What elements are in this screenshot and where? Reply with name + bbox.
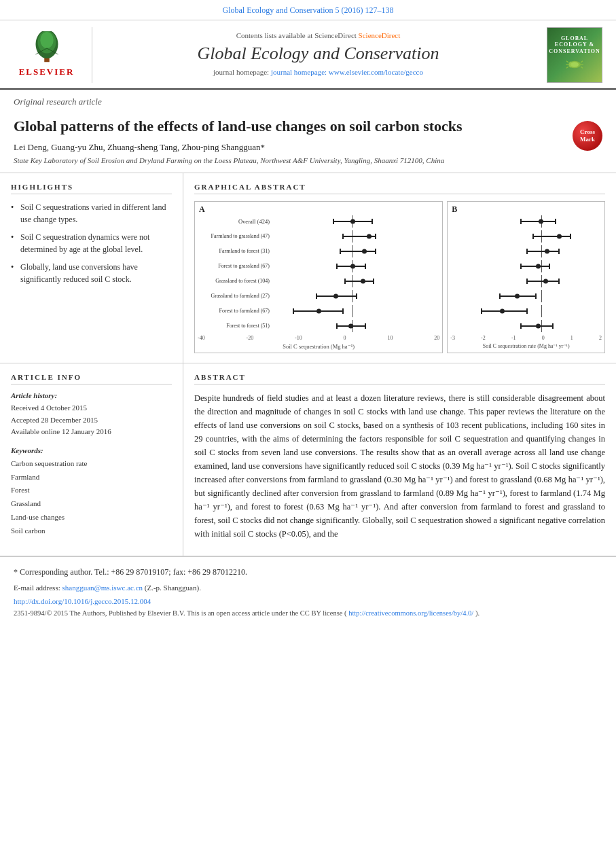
b-plot-5	[450, 275, 602, 287]
b-plot-7	[450, 305, 602, 317]
article-authors: Lei Deng, Guang-yu Zhu, Zhuang-sheng Tan…	[14, 142, 562, 153]
journal-citation: Global Ecology and Conservation 5 (2016)…	[223, 5, 394, 15]
homepage-link[interactable]: journal homepage: www.elsevier.com/locat…	[271, 68, 423, 76]
license-text: 2351-9894/© 2015 The Authors, Published …	[14, 608, 602, 619]
sciencedirect-link: Contents lists available at ScienceDirec…	[106, 31, 530, 39]
row-label-fo2fo: Forest to forest (51)	[198, 323, 272, 329]
keyword-1: Carbon sequestration rate	[11, 457, 172, 471]
row-plot-fo2fo	[272, 320, 439, 332]
corresponding-author-note: * Corresponding author. Tel.: +86 29 870…	[14, 565, 602, 579]
b-plot-6	[450, 290, 602, 302]
crossmark-badge-area: CrossMark	[573, 121, 602, 151]
chart-row-fo2g: Forest to grassland (67)	[198, 260, 439, 272]
journal-homepage: journal homepage: journal homepage: www.…	[106, 68, 530, 76]
doi-link[interactable]: http://dx.doi.org/10.1016/j.gecco.2015.1…	[14, 597, 602, 605]
article-history-subsection: Article history: Received 4 October 2015…	[11, 391, 172, 438]
abstract-text: Despite hundreds of field studies and at…	[194, 391, 605, 541]
b-row-4	[450, 260, 602, 272]
license-link[interactable]: http://creativecommons.org/licenses/by/4…	[348, 609, 473, 617]
email-link[interactable]: shangguan@ms.iswc.ac.cn	[62, 584, 143, 592]
b-plot-2	[450, 230, 602, 243]
abstract-column: ABSTRACT Despite hundreds of field studi…	[183, 363, 616, 556]
b-row-6	[450, 290, 602, 302]
top-bar: Global Ecology and Conservation 5 (2016)…	[0, 0, 616, 20]
chart-row-fo2fo: Forest to forest (51)	[198, 320, 439, 332]
journal-header-center: Contents lists available at ScienceDirec…	[92, 27, 544, 83]
highlight-item-3: Globally, land use conversions have sign…	[11, 261, 172, 285]
email-note: E-mail address: shangguan@ms.iswc.ac.cn …	[14, 581, 602, 594]
b-row-8	[450, 320, 602, 332]
article-title: Global patterns of the effects of land-u…	[14, 117, 562, 137]
highlights-heading: HIGHLIGHTS	[11, 183, 172, 194]
sciencedirect-anchor[interactable]: ScienceDirect	[359, 31, 401, 39]
highlights-column: HIGHLIGHTS Soil C sequestrations varied …	[0, 173, 183, 363]
gecko-icon	[564, 56, 585, 73]
svg-line-12	[581, 61, 583, 62]
journal-title: Global Ecology and Conservation	[106, 43, 530, 64]
keyword-2: Farmland	[11, 471, 172, 484]
row-label-fo2g: Forest to grassland (67)	[198, 263, 272, 270]
graphical-abstract-column: GRAPHICAL ABSTRACT A Overall (424)	[183, 173, 616, 363]
article-type-label: Original research article	[14, 96, 602, 107]
svg-point-3	[40, 32, 54, 48]
article-info-column: ARTICLE INFO Article history: Received 4…	[0, 363, 183, 556]
keywords-title: Keywords:	[11, 446, 172, 454]
row-label-overall: Overall (424)	[198, 218, 272, 225]
elsevier-tree-icon	[26, 31, 67, 65]
row-plot-fo2fa	[272, 305, 439, 317]
article-info-heading: ARTICLE INFO	[11, 373, 172, 384]
accepted-date: Accepted 28 December 2015	[11, 414, 172, 427]
chart-container: A Overall (424) Farmla	[194, 201, 605, 353]
crossmark-icon: CrossMark	[573, 121, 602, 151]
highlight-item-1: Soil C sequestrations varied in differen…	[11, 201, 172, 226]
b-plot-8	[450, 320, 602, 332]
row-plot-overall	[272, 215, 439, 228]
elsevier-logo: ELSEVIER	[13, 31, 81, 79]
b-row-3	[450, 245, 602, 257]
chart-row-f2g: Farmland to grassland (47)	[198, 230, 439, 243]
row-label-f2f: Farmland to forest (31)	[198, 248, 272, 255]
article-history-title: Article history:	[11, 391, 172, 399]
badge-title: GLOBALECOLOGY &CONSERVATION	[549, 35, 600, 55]
row-plot-g2f	[272, 275, 439, 287]
b-plot-4	[450, 260, 602, 272]
row-plot-f2f	[272, 245, 439, 257]
row-plot-f2g	[272, 230, 439, 243]
highlights-list: Soil C sequestrations varied in differen…	[11, 201, 172, 285]
panel-a-label: A	[199, 204, 205, 215]
panel-b-x-label: Soil C sequestration rate (Mg ha⁻¹ yr⁻¹)	[450, 343, 602, 349]
chart-row-overall: Overall (424)	[198, 215, 439, 228]
keywords-list: Carbon sequestration rate Farmland Fores…	[11, 457, 172, 538]
keyword-5: Land-use changes	[11, 511, 172, 524]
b-row-1	[450, 215, 602, 228]
journal-badge: GLOBALECOLOGY &CONSERVATION	[547, 27, 602, 83]
article-main-header: Global patterns of the effects of land-u…	[0, 113, 616, 173]
chart-row-g2f: Grassland to forest (104)	[198, 275, 439, 287]
chart-row-f2f: Farmland to forest (31)	[198, 245, 439, 257]
svg-line-14	[581, 67, 583, 68]
keyword-3: Forest	[11, 484, 172, 497]
b-row-5	[450, 275, 602, 287]
svg-line-9	[566, 61, 568, 62]
graphical-abstract-heading: GRAPHICAL ABSTRACT	[194, 183, 605, 194]
keyword-4: Grassland	[11, 497, 172, 511]
elsevier-wordmark: ELSEVIER	[19, 67, 75, 77]
chart-rows-a: Overall (424) Farmland to grassland (47)	[198, 215, 439, 332]
header-section: ELSEVIER Contents lists available at Sci…	[0, 20, 616, 90]
chart-panel-a: A Overall (424) Farmla	[194, 201, 443, 353]
online-date: Available online 12 January 2016	[11, 426, 172, 438]
article-title-block: Global patterns of the effects of land-u…	[14, 117, 562, 166]
chart-row-fo2fa: Forest to farmland (67)	[198, 305, 439, 317]
article-affiliation: State Key Laboratory of Soil Erosion and…	[14, 156, 562, 166]
b-plot-1	[450, 215, 602, 228]
panel-a-x-label: Soil C sequestration (Mg ha⁻¹)	[198, 343, 439, 350]
chart-rows-b	[450, 215, 602, 332]
svg-line-11	[566, 67, 568, 68]
panel-b-label: B	[452, 204, 457, 215]
chart-row-g2fa: Grassland to farmland (27)	[198, 290, 439, 302]
row-plot-fo2g	[272, 260, 439, 272]
panel-b-axis-labels: -3 -2 -1 0 1 2	[450, 335, 602, 341]
row-label-g2fa: Grassland to farmland (27)	[198, 293, 272, 300]
chart-panel-b: B	[447, 201, 605, 353]
publisher-logo-area: ELSEVIER	[11, 27, 92, 83]
